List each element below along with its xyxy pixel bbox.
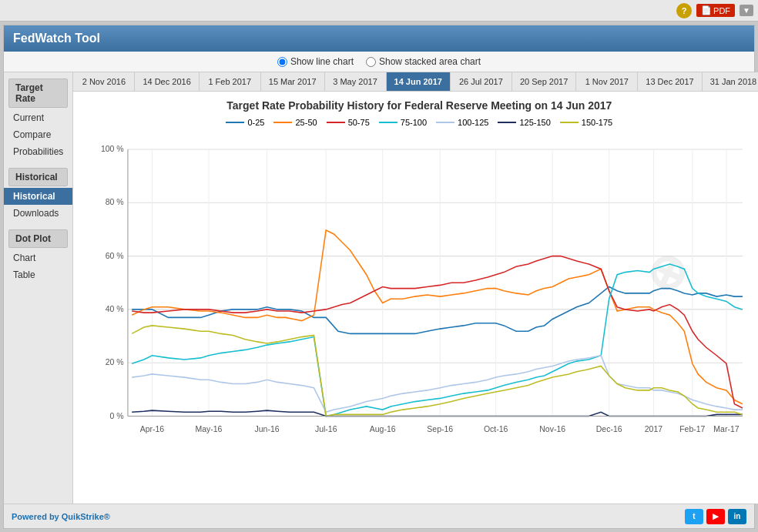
pdf-dropdown-arrow[interactable]: ▼: [740, 5, 753, 16]
tab-13dec2017[interactable]: 13 Dec 2017: [638, 72, 702, 91]
sidebar-item-current[interactable]: Current: [4, 109, 72, 126]
legend-label-125-150: 125-150: [519, 118, 550, 127]
svg-text:Mar-17: Mar-17: [714, 425, 740, 434]
legend-line-0-25: [226, 122, 244, 123]
meeting-tabs: 2 Nov 2016 14 Dec 2016 1 Feb 2017 15 Mar…: [73, 72, 758, 92]
sidebar-item-downloads[interactable]: Downloads: [4, 205, 72, 222]
sidebar-item-compare[interactable]: Compare: [4, 126, 72, 143]
tab-31jan2018[interactable]: 31 Jan 2018: [703, 72, 758, 91]
tab-3may2017[interactable]: 3 May 2017: [325, 72, 387, 91]
stacked-chart-option[interactable]: Show stacked area chart: [366, 56, 481, 67]
tab-26jul2017[interactable]: 26 Jul 2017: [451, 72, 512, 91]
footer-text: Powered by QuikStrike®: [12, 512, 110, 521]
legend-item-75-100: 75-100: [379, 118, 427, 127]
social-icons: t ▶ in: [685, 509, 746, 524]
line-chart-option[interactable]: Show line chart: [277, 56, 354, 67]
main-panel: 2 Nov 2016 14 Dec 2016 1 Feb 2017 15 Mar…: [73, 72, 758, 504]
tab-14jun2017[interactable]: 14 Jun 2017: [387, 72, 451, 91]
svg-text:100 %: 100 %: [101, 144, 124, 153]
svg-text:Oct-16: Oct-16: [484, 425, 508, 434]
svg-text:Dec-16: Dec-16: [596, 425, 622, 434]
legend-item-150-175: 150-175: [560, 118, 612, 127]
legend-label-150-175: 150-175: [582, 118, 612, 127]
help-button[interactable]: ?: [676, 3, 692, 18]
footer: Powered by QuikStrike® t ▶ in: [4, 504, 754, 528]
chart-svg-container: 100 % 80 % 60 % 40 % 20 % 0 % Apr-16 May…: [81, 133, 757, 457]
tab-20sep2017[interactable]: 20 Sep 2017: [512, 72, 576, 91]
footer-trademark: ®: [104, 512, 110, 521]
tab-1nov2017[interactable]: 1 Nov 2017: [576, 72, 638, 91]
footer-brand: QuikStrike: [62, 512, 104, 521]
main-container: FedWatch Tool Show line chart Show stack…: [3, 25, 755, 529]
tab-2nov2016[interactable]: 2 Nov 2016: [73, 72, 135, 91]
pdf-label: PDF: [713, 6, 730, 15]
top-bar: ? 📄 PDF ▼: [0, 0, 758, 22]
content-area: Target Rate Current Compare Probabilitie…: [4, 72, 754, 504]
legend-item-100-125: 100-125: [436, 118, 488, 127]
app-wrapper: ? 📄 PDF ▼ FedWatch Tool Show line chart …: [0, 0, 758, 532]
legend-line-25-50: [273, 122, 292, 123]
header-bar: FedWatch Tool: [4, 25, 754, 52]
legend-line-50-75: [327, 122, 345, 123]
legend-label-50-75: 50-75: [348, 118, 370, 127]
svg-text:80 %: 80 %: [106, 197, 124, 206]
svg-text:Jul-16: Jul-16: [315, 425, 337, 434]
legend-label-75-100: 75-100: [401, 118, 427, 127]
legend-item-50-75: 50-75: [327, 118, 370, 127]
sidebar: Target Rate Current Compare Probabilitie…: [4, 72, 73, 504]
svg-text:Apr-16: Apr-16: [140, 425, 165, 434]
legend-label-100-125: 100-125: [458, 118, 488, 127]
svg-text:2017: 2017: [645, 425, 663, 434]
chart-area: Target Rate Probability History for Fede…: [73, 92, 758, 504]
chart-title: Target Rate Probability History for Fede…: [81, 99, 757, 112]
sidebar-section-target-rate: Target Rate: [8, 79, 68, 108]
svg-text:Aug-16: Aug-16: [370, 425, 396, 434]
legend-label-0-25: 0-25: [247, 118, 264, 127]
line-chart-label: Show line chart: [290, 56, 354, 67]
pdf-icon: 📄: [701, 5, 712, 15]
sidebar-item-table[interactable]: Table: [4, 266, 72, 283]
legend-item-125-150: 125-150: [498, 118, 550, 127]
svg-text:May-16: May-16: [196, 425, 223, 434]
chart-legend: 0-25 25-50 50-75 75-100: [81, 118, 757, 127]
youtube-icon[interactable]: ▶: [706, 509, 725, 524]
twitter-icon[interactable]: t: [685, 509, 703, 524]
sidebar-section-historical: Historical: [8, 168, 68, 186]
svg-text:Nov-16: Nov-16: [540, 425, 566, 434]
svg-text:Sep-16: Sep-16: [428, 425, 454, 434]
legend-line-100-125: [436, 122, 454, 123]
legend-item-0-25: 0-25: [226, 118, 264, 127]
chart-type-row: Show line chart Show stacked area chart: [4, 52, 754, 72]
sidebar-item-chart[interactable]: Chart: [4, 249, 72, 266]
chart-svg: 100 % 80 % 60 % 40 % 20 % 0 % Apr-16 May…: [81, 133, 757, 457]
pdf-button[interactable]: 📄 PDF: [696, 4, 735, 17]
legend-item-25-50: 25-50: [273, 118, 317, 127]
legend-line-75-100: [379, 122, 397, 123]
svg-text:20 %: 20 %: [106, 357, 124, 366]
tab-1feb2017[interactable]: 1 Feb 2017: [200, 72, 261, 91]
footer-powered-by: Powered by: [12, 512, 59, 521]
app-title: FedWatch Tool: [13, 32, 745, 45]
legend-label-25-50: 25-50: [295, 118, 317, 127]
linkedin-icon[interactable]: in: [728, 509, 746, 524]
svg-text:0 %: 0 %: [110, 411, 124, 420]
sidebar-section-dot-plot: Dot Plot: [8, 229, 68, 248]
svg-text:Jun-16: Jun-16: [255, 425, 280, 434]
svg-text:60 %: 60 %: [106, 251, 124, 260]
stacked-chart-label: Show stacked area chart: [379, 56, 481, 67]
legend-line-150-175: [560, 122, 579, 123]
sidebar-item-probabilities[interactable]: Probabilities: [4, 143, 72, 160]
tab-14dec2016[interactable]: 14 Dec 2016: [135, 72, 199, 91]
legend-line-125-150: [498, 122, 516, 123]
sidebar-item-historical[interactable]: Historical: [4, 188, 72, 205]
svg-text:Feb-17: Feb-17: [680, 425, 706, 434]
svg-text:40 %: 40 %: [106, 304, 124, 313]
stacked-chart-radio[interactable]: [366, 57, 376, 67]
line-chart-radio[interactable]: [277, 57, 287, 67]
tab-15mar2017[interactable]: 15 Mar 2017: [261, 72, 325, 91]
